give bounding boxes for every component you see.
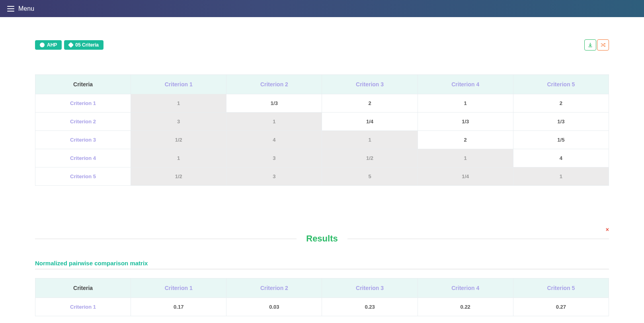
comparison-cell[interactable]: 2 (322, 94, 418, 113)
col-header-3: Criterion 3 (322, 75, 418, 94)
comparison-cell: 1/2 (131, 167, 226, 186)
comparison-cell: 1/2 (131, 131, 226, 149)
header-criteria-label: Criteria (35, 75, 131, 94)
comparison-cell: 1 (131, 149, 226, 167)
comparison-cell[interactable]: 1/3 (418, 113, 513, 131)
comparison-cell: 3 (131, 113, 226, 131)
menu-button[interactable]: Menu (7, 5, 34, 12)
comparison-cell: 1 (513, 167, 609, 186)
row-label: Criterion 1 (35, 298, 131, 316)
normalized-col-2: Criterion 2 (226, 278, 322, 298)
row-label: Criterion 1 (35, 94, 131, 113)
results-heading: Results (297, 233, 347, 244)
comparison-cell[interactable]: 4 (513, 149, 609, 167)
normalized-cell: 0.22 (418, 298, 513, 316)
normalized-header-row: Criteria Criterion 1 Criterion 2 Criteri… (35, 278, 609, 298)
table-row: Criterion 10.170.030.230.220.27 (35, 298, 609, 316)
table-row: Criterion 2311/41/31/3 (35, 113, 609, 131)
row-label: Criterion 4 (35, 149, 131, 167)
results-close-button[interactable]: × (606, 226, 609, 233)
menu-label: Menu (18, 5, 34, 12)
comparison-cell[interactable]: 1/5 (513, 131, 609, 149)
shuffle-icon (600, 42, 606, 48)
table-row: Criterion 4131/214 (35, 149, 609, 167)
normalized-cell: 0.03 (226, 298, 322, 316)
action-buttons (584, 39, 609, 51)
normalized-col-5: Criterion 5 (513, 278, 609, 298)
normalized-cell: 0.23 (322, 298, 418, 316)
normalized-table: Criteria Criterion 1 Criterion 2 Criteri… (35, 278, 609, 316)
comparison-table-header-row: Criteria Criterion 1 Criterion 2 Criteri… (35, 75, 609, 94)
criteria-count-badge[interactable]: 05 Criteria (64, 40, 103, 50)
normalized-cell: 0.27 (513, 298, 609, 316)
results-divider: × Results (35, 233, 609, 244)
table-row: Criterion 111/3212 (35, 94, 609, 113)
comparison-cell: 5 (322, 167, 418, 186)
tag-icon (68, 42, 74, 48)
method-badge[interactable]: AHP (35, 40, 62, 50)
col-header-5: Criterion 5 (513, 75, 609, 94)
normalized-cell: 0.17 (131, 298, 226, 316)
method-icon (40, 43, 45, 47)
badge-row: AHP 05 Criteria (35, 39, 609, 51)
comparison-cell: 1 (418, 149, 513, 167)
comparison-cell[interactable]: 2 (418, 131, 513, 149)
normalized-col-1: Criterion 1 (131, 278, 226, 298)
col-header-2: Criterion 2 (226, 75, 322, 94)
comparison-cell[interactable]: 1/3 (513, 113, 609, 131)
comparison-cell[interactable]: 1/3 (226, 94, 322, 113)
normalized-col-4: Criterion 4 (418, 278, 513, 298)
comparison-cell: 3 (226, 149, 322, 167)
comparison-cell: 4 (226, 131, 322, 149)
comparison-cell: 1 (226, 113, 322, 131)
normalized-col-3: Criterion 3 (322, 278, 418, 298)
hamburger-icon (7, 6, 14, 12)
comparison-cell[interactable]: 1 (418, 94, 513, 113)
comparison-cell: 1/4 (418, 167, 513, 186)
comparison-cell: 1/2 (322, 149, 418, 167)
comparison-cell: 1 (131, 94, 226, 113)
comparison-cell: 3 (226, 167, 322, 186)
row-label: Criterion 5 (35, 167, 131, 186)
normalized-header-criteria: Criteria (35, 278, 131, 298)
badges-group: AHP 05 Criteria (35, 40, 103, 50)
table-row: Criterion 51/2351/41 (35, 167, 609, 186)
table-row: Criterion 31/24121/5 (35, 131, 609, 149)
row-label: Criterion 2 (35, 113, 131, 131)
normalized-heading: Normalized pairwise comparison matrix (35, 260, 609, 269)
col-header-4: Criterion 4 (418, 75, 513, 94)
top-bar: Menu (0, 0, 644, 17)
col-header-1: Criterion 1 (131, 75, 226, 94)
comparison-cell[interactable]: 2 (513, 94, 609, 113)
main-content: AHP 05 Criteria Criteria Criterion 1 Cri… (0, 17, 644, 323)
method-badge-label: AHP (47, 42, 57, 48)
download-button[interactable] (584, 39, 596, 51)
row-label: Criterion 3 (35, 131, 131, 149)
download-icon (587, 42, 593, 48)
comparison-cell[interactable]: 1/4 (322, 113, 418, 131)
comparison-table: Criteria Criterion 1 Criterion 2 Criteri… (35, 74, 609, 186)
criteria-count-label: 05 Criteria (75, 42, 99, 48)
shuffle-button[interactable] (597, 39, 609, 51)
comparison-cell: 1 (322, 131, 418, 149)
